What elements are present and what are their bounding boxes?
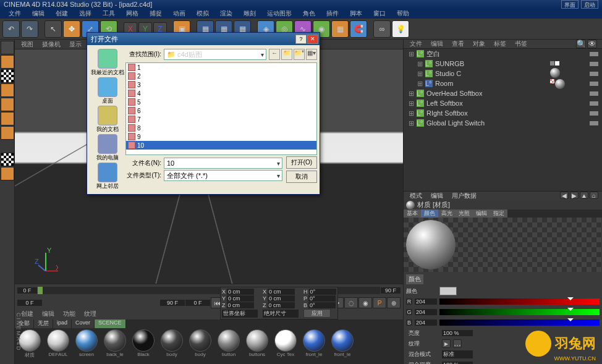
coord-z[interactable]: 0 cm xyxy=(227,302,254,308)
material-item[interactable]: front_le xyxy=(329,329,356,363)
snap-button[interactable] xyxy=(1,167,14,180)
vp-display-menu[interactable]: 显示 xyxy=(66,40,85,49)
om-file-menu[interactable]: 文件 xyxy=(406,40,426,48)
light-button[interactable]: 💡 xyxy=(392,20,409,38)
cancel-button[interactable]: 取消 xyxy=(286,171,317,183)
views-button[interactable]: ▦▾ xyxy=(306,49,317,60)
key-pos-button[interactable]: ◌ xyxy=(344,297,358,308)
make-editable-button[interactable] xyxy=(1,41,14,54)
timeline-start[interactable]: 0 F xyxy=(17,287,37,294)
size-y[interactable]: 0 cm xyxy=(268,295,295,302)
frame-current-input[interactable]: 0 F xyxy=(185,300,210,306)
dialog-titlebar[interactable]: 打开文件 ? ✕ xyxy=(87,33,320,45)
apply-button[interactable]: 应用 xyxy=(303,309,331,318)
material-item[interactable]: button xyxy=(215,329,242,363)
material-item[interactable]: DEFAUL xyxy=(45,329,72,363)
rot-p[interactable]: 0° xyxy=(308,295,336,302)
rgb-b-slider[interactable] xyxy=(439,320,600,326)
places-item[interactable]: 桌面 xyxy=(91,77,124,105)
menu-window[interactable]: 窗口 xyxy=(368,9,391,19)
attr-mode-menu[interactable]: 模式 xyxy=(406,192,426,200)
attr-edit-menu[interactable]: 编辑 xyxy=(427,192,447,200)
mat-edit-menu[interactable]: 编辑 xyxy=(38,310,58,320)
om-edit-menu[interactable]: 编辑 xyxy=(427,40,447,48)
nav-back-button[interactable]: ◀ xyxy=(560,192,569,199)
om-object-menu[interactable]: 对象 xyxy=(469,40,489,48)
attr-tab-editor[interactable]: 编辑 xyxy=(473,210,490,218)
rgb-g-value[interactable]: 204 xyxy=(415,309,437,315)
edge-mode-button[interactable] xyxy=(1,112,14,125)
axis-mode-button[interactable] xyxy=(1,153,14,166)
file-item[interactable]: 3 xyxy=(126,80,316,89)
attr-userdata-menu[interactable]: 用户数据 xyxy=(448,192,480,200)
file-item[interactable]: 6 xyxy=(126,106,316,115)
material-item[interactable]: screen xyxy=(73,329,100,363)
layout-label[interactable]: 界面 xyxy=(561,0,579,9)
menu-mograph[interactable]: 运动图形 xyxy=(262,9,297,19)
magnet-button[interactable]: 🧲 xyxy=(350,20,367,38)
mat-tab-scence[interactable]: SCENCE xyxy=(95,320,126,328)
menu-simulate[interactable]: 模拟 xyxy=(192,9,214,19)
tree-item[interactable]: ⊞L°RIght Softbox xyxy=(404,108,602,118)
places-item[interactable]: 网上邻居 xyxy=(91,163,124,190)
attr-tab-assign[interactable]: 指定 xyxy=(490,210,507,218)
search-icon[interactable]: 🔍 xyxy=(576,40,586,48)
material-item[interactable]: back_le xyxy=(101,329,129,363)
key-scale-button[interactable]: ◉ xyxy=(358,297,372,308)
new-folder-button[interactable]: 📁* xyxy=(294,49,305,60)
dialog-help-button[interactable]: ? xyxy=(295,35,307,44)
mat-texture-menu[interactable]: 纹理 xyxy=(80,310,100,320)
menu-render[interactable]: 渲染 xyxy=(215,9,237,19)
dialog-close-button[interactable]: ✕ xyxy=(307,35,318,44)
file-item[interactable]: 9 xyxy=(126,132,316,141)
file-item[interactable]: 4 xyxy=(126,89,316,98)
material-item[interactable]: body xyxy=(158,329,185,363)
mat-tab-cover[interactable]: Cover xyxy=(72,320,95,328)
menu-file[interactable]: 文件 xyxy=(4,9,26,19)
model-mode-button[interactable] xyxy=(1,55,14,69)
rot-b[interactable]: 0° xyxy=(308,302,336,308)
file-item[interactable]: 5 xyxy=(126,98,316,106)
menu-mesh[interactable]: 网格 xyxy=(121,9,143,19)
coord-space-select[interactable]: 世界坐标 xyxy=(222,310,258,318)
redo-button[interactable]: ↷ xyxy=(21,20,38,38)
attr-tab-specular[interactable]: 高光 xyxy=(438,210,456,218)
menu-animate[interactable]: 动画 xyxy=(168,9,190,19)
nav-fwd-button[interactable]: ▶ xyxy=(570,192,579,199)
timeline-end[interactable]: 90 F xyxy=(381,287,401,294)
material-item[interactable]: buttons xyxy=(244,329,271,363)
key-param-button[interactable]: ⊕ xyxy=(387,297,401,308)
filename-input[interactable]: 10 xyxy=(164,158,282,169)
size-x[interactable]: 0 cm xyxy=(268,289,295,295)
menu-sculpt[interactable]: 雕刻 xyxy=(239,9,261,19)
mat-function-menu[interactable]: 功能 xyxy=(59,310,79,320)
move-tool[interactable]: ✥ xyxy=(63,20,80,38)
object-tree[interactable]: ⊞L°空白⊞L°SUNRGB⊞L°Studio C⊞L°Room⊞L°OverH… xyxy=(404,49,602,191)
file-item[interactable]: 2 xyxy=(126,72,316,80)
polygon-mode-button[interactable] xyxy=(1,126,14,140)
om-view-menu[interactable]: 查看 xyxy=(448,40,468,48)
camera-button[interactable]: ∞ xyxy=(373,20,391,38)
file-item[interactable]: 7 xyxy=(126,115,316,124)
places-item[interactable]: 我最近的文档 xyxy=(91,49,124,77)
coord-y[interactable]: 0 cm xyxy=(227,295,254,302)
tree-item[interactable]: ⊞L°Global Light Switch xyxy=(404,118,602,128)
rgb-r-value[interactable]: 204 xyxy=(415,298,437,305)
material-item[interactable]: Cyc Tex xyxy=(272,329,299,363)
tree-item[interactable]: ⊞L°Left Softbox xyxy=(404,98,602,108)
brightness-value[interactable]: 100 % xyxy=(442,330,473,336)
menu-select[interactable]: 选择 xyxy=(74,9,96,19)
coord-x[interactable]: 0 cm xyxy=(227,289,254,295)
back-button[interactable]: ← xyxy=(269,49,280,60)
file-item[interactable]: 1 xyxy=(126,63,316,72)
blend-strength-value[interactable]: 100 % xyxy=(442,362,473,364)
tree-item[interactable]: ⊞L°OverHead Softbox xyxy=(404,88,602,98)
rgb-r-slider[interactable] xyxy=(439,298,600,305)
om-tags-menu[interactable]: 标签 xyxy=(490,40,510,48)
vp-view-menu[interactable]: 视图 xyxy=(17,40,37,49)
size-mode-select[interactable]: 绝对尺寸 xyxy=(263,310,299,318)
file-list[interactable]: 12345678910 xyxy=(125,62,317,155)
tree-item[interactable]: ⊞L°Room xyxy=(404,78,602,88)
places-item[interactable]: 我的电脑 xyxy=(91,134,124,162)
texture-mode-button[interactable] xyxy=(1,69,14,83)
